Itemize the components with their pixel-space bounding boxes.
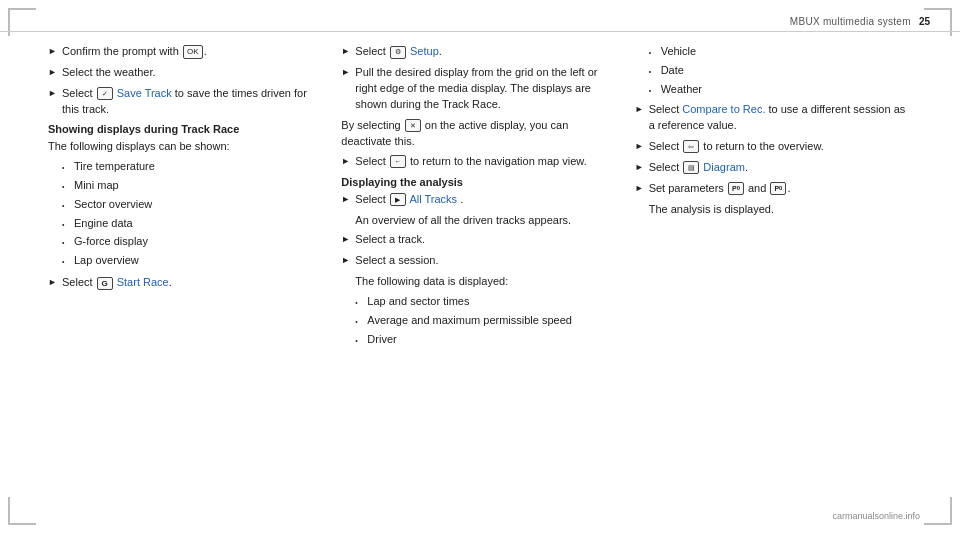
arrow-select-session: ► Select a session. <box>341 253 612 269</box>
arrow-start-race: ► Select G Start Race. <box>48 275 319 291</box>
dot-label-weather: Weather <box>661 82 702 98</box>
dot-label-driver: Driver <box>367 332 396 348</box>
arrow-return-overview: ► Select ⇦ to return to the overview. <box>635 139 906 155</box>
dot-sector: • Sector overview <box>48 197 319 213</box>
deactivate-text: By selecting ✕ on the active display, yo… <box>341 118 612 150</box>
save-track-link: Save Track <box>117 87 172 99</box>
p0-icon-2: P0 <box>770 182 786 195</box>
dot-lap: • Lap overview <box>48 253 319 269</box>
arrow-set-params: ► Set parameters P0 and P0. <box>635 181 906 197</box>
dot-icon: • <box>355 317 363 327</box>
dot-label-lap: Lap overview <box>74 253 139 269</box>
arrow-setup: ► Select ⚙ Setup. <box>341 44 612 60</box>
following-data-text: The following data is displayed: <box>355 274 612 290</box>
all-tracks-link: All Tracks <box>409 193 457 205</box>
arrow-text-3: Select ✓ Save Track to save the times dr… <box>62 86 319 118</box>
save-track-icon: ✓ <box>97 87 113 100</box>
dot-icon: • <box>62 182 70 192</box>
dot-icon: • <box>649 48 657 58</box>
column-3: • Vehicle • Date • Weather ► Select Comp… <box>627 36 920 483</box>
arrow-text-sp: Set parameters P0 and P0. <box>649 181 906 197</box>
start-race-icon: G <box>97 277 113 290</box>
arrow-icon-1: ► <box>48 45 58 58</box>
arrow-icon-sp: ► <box>635 182 645 195</box>
dot-avg-speed: • Average and maximum permissible speed <box>341 313 612 329</box>
dot-driver: • Driver <box>341 332 612 348</box>
arrow-text-cmp: Select Compare to Rec. to use a differen… <box>649 102 906 134</box>
dot-mini: • Mini map <box>48 178 319 194</box>
all-tracks-sub: An overview of all the driven tracks app… <box>355 213 612 229</box>
arrow-icon-ro: ► <box>635 140 645 153</box>
column-1: ► Confirm the prompt with OK. ► Select t… <box>40 36 333 483</box>
arrow-item-3: ► Select ✓ Save Track to save the times … <box>48 86 319 118</box>
arrow-icon-setup: ► <box>341 45 351 58</box>
dot-icon: • <box>355 298 363 308</box>
arrow-compare: ► Select Compare to Rec. to use a differ… <box>635 102 906 134</box>
arrow-icon-2: ► <box>48 66 58 79</box>
arrow-text-sr: Select G Start Race. <box>62 275 319 291</box>
arrow-item-1: ► Confirm the prompt with OK. <box>48 44 319 60</box>
dot-label-date: Date <box>661 63 684 79</box>
arrow-pull-display: ► Pull the desired display from the grid… <box>341 65 612 113</box>
arrow-text-setup: Select ⚙ Setup. <box>355 44 612 60</box>
diagram-link: Diagram <box>703 161 745 173</box>
arrow-text-st: Select a track. <box>355 232 612 248</box>
ok-button: OK <box>183 45 203 59</box>
start-race-link: Start Race <box>117 276 169 288</box>
dot-icon: • <box>62 163 70 173</box>
analysis-heading: Displaying the analysis <box>341 176 612 188</box>
dot-tire: • Tire temperature <box>48 159 319 175</box>
dot-icon: • <box>62 238 70 248</box>
dot-label-gforce: G-force display <box>74 234 148 250</box>
page-container: MBUX multimedia system 25 ► Confirm the … <box>0 0 960 533</box>
dot-icon: • <box>62 220 70 230</box>
dot-icon: • <box>649 67 657 77</box>
page-header: MBUX multimedia system 25 <box>0 0 960 32</box>
dot-engine: • Engine data <box>48 216 319 232</box>
corner-br <box>924 497 952 525</box>
arrow-icon-3: ► <box>48 87 58 100</box>
header-page: 25 <box>919 16 930 27</box>
dot-label-sector: Sector overview <box>74 197 152 213</box>
track-race-heading: Showing displays during Track Race <box>48 123 319 135</box>
setup-link: Setup <box>410 45 439 57</box>
arrow-all-tracks: ► Select ▶ All Tracks . <box>341 192 612 208</box>
dot-label-mini: Mini map <box>74 178 119 194</box>
arrow-icon-sr: ► <box>48 276 58 289</box>
arrow-icon-dg: ► <box>635 161 645 174</box>
arrow-text-nm: Select ← to return to the navigation map… <box>355 154 612 170</box>
dot-date: • Date <box>635 63 906 79</box>
diagram-icon: ▤ <box>683 161 699 174</box>
arrow-icon-cmp: ► <box>635 103 645 116</box>
dot-label-tire: Tire temperature <box>74 159 155 175</box>
arrow-diagram: ► Select ▤ Diagram. <box>635 160 906 176</box>
tracks-icon: ▶ <box>390 193 406 206</box>
arrow-icon-ss: ► <box>341 254 351 267</box>
dot-icon: • <box>355 336 363 346</box>
arrow-icon-pd: ► <box>341 66 351 79</box>
compare-rec-link: Compare to Rec. <box>682 103 765 115</box>
watermark: carmanualsonline.info <box>832 511 920 521</box>
analysis-displayed-text: The analysis is displayed. <box>649 202 906 218</box>
p0-icon-1: P0 <box>728 182 744 195</box>
overview-icon: ⇦ <box>683 140 699 153</box>
arrow-text-dg: Select ▤ Diagram. <box>649 160 906 176</box>
dot-label-engine: Engine data <box>74 216 133 232</box>
setup-icon: ⚙ <box>390 46 406 59</box>
content-area: ► Confirm the prompt with OK. ► Select t… <box>40 36 920 483</box>
dot-label-ls: Lap and sector times <box>367 294 469 310</box>
arrow-text-1: Confirm the prompt with OK. <box>62 44 319 60</box>
arrow-nav-map: ► Select ← to return to the navigation m… <box>341 154 612 170</box>
column-2: ► Select ⚙ Setup. ► Pull the desired dis… <box>333 36 626 483</box>
arrow-text-ss: Select a session. <box>355 253 612 269</box>
dot-icon: • <box>62 257 70 267</box>
arrow-item-2: ► Select the weather. <box>48 65 319 81</box>
arrow-icon-st: ► <box>341 233 351 246</box>
dot-lap-sector: • Lap and sector times <box>341 294 612 310</box>
dot-label-vehicle: Vehicle <box>661 44 696 60</box>
track-race-intro: The following displays can be shown: <box>48 139 319 155</box>
arrow-icon-at: ► <box>341 193 351 206</box>
dot-weather: • Weather <box>635 82 906 98</box>
dot-gforce: • G-force display <box>48 234 319 250</box>
arrow-select-track: ► Select a track. <box>341 232 612 248</box>
